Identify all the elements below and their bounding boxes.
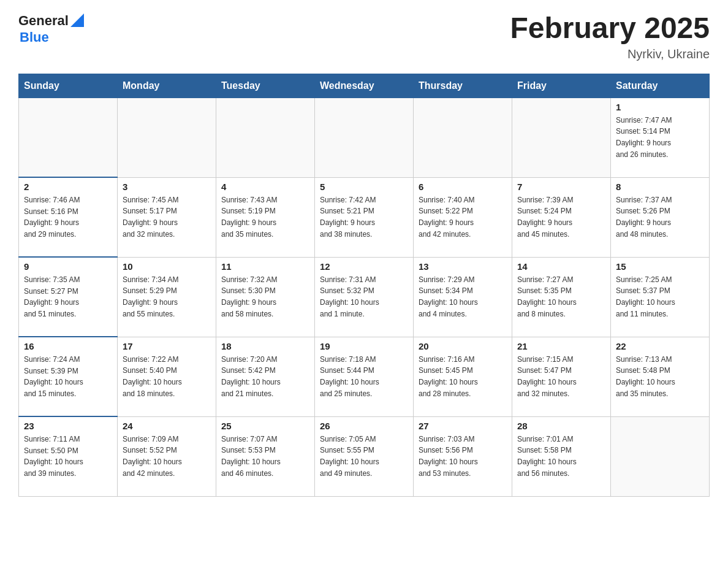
- header-tuesday: Tuesday: [216, 74, 315, 98]
- header-saturday: Saturday: [611, 74, 710, 98]
- day-info: Sunrise: 7:46 AM Sunset: 5:16 PM Dayligh…: [24, 194, 112, 240]
- day-info: Sunrise: 7:34 AM Sunset: 5:29 PM Dayligh…: [123, 274, 211, 320]
- calendar-week-row: 1Sunrise: 7:47 AM Sunset: 5:14 PM Daylig…: [19, 98, 710, 177]
- header-sunday: Sunday: [19, 74, 118, 98]
- day-info: Sunrise: 7:31 AM Sunset: 5:32 PM Dayligh…: [320, 274, 408, 320]
- day-number: 8: [616, 182, 704, 192]
- day-info: Sunrise: 7:47 AM Sunset: 5:14 PM Dayligh…: [616, 115, 704, 160]
- calendar-cell: 2Sunrise: 7:46 AM Sunset: 5:16 PM Daylig…: [19, 177, 118, 257]
- day-number: 4: [221, 182, 309, 192]
- day-number: 14: [517, 261, 605, 272]
- logo-general-text: General: [18, 13, 69, 29]
- calendar-cell: 11Sunrise: 7:32 AM Sunset: 5:30 PM Dayli…: [216, 257, 315, 337]
- day-number: 9: [24, 261, 112, 272]
- calendar-cell: 1Sunrise: 7:47 AM Sunset: 5:14 PM Daylig…: [611, 98, 710, 177]
- calendar-cell: 25Sunrise: 7:07 AM Sunset: 5:53 PM Dayli…: [216, 416, 315, 496]
- calendar-week-row: 9Sunrise: 7:35 AM Sunset: 5:27 PM Daylig…: [19, 257, 710, 337]
- day-number: 24: [123, 421, 211, 431]
- day-info: Sunrise: 7:43 AM Sunset: 5:19 PM Dayligh…: [221, 194, 309, 240]
- day-number: 12: [320, 261, 408, 272]
- logo-blue-text: Blue: [20, 29, 84, 45]
- page-header: General Blue February 2025 Nyrkiv, Ukrai…: [18, 12, 710, 61]
- day-info: Sunrise: 7:29 AM Sunset: 5:34 PM Dayligh…: [419, 274, 507, 320]
- calendar-cell: 22Sunrise: 7:13 AM Sunset: 5:48 PM Dayli…: [611, 337, 710, 416]
- day-info: Sunrise: 7:01 AM Sunset: 5:58 PM Dayligh…: [517, 434, 605, 479]
- day-info: Sunrise: 7:24 AM Sunset: 5:39 PM Dayligh…: [24, 354, 112, 399]
- day-info: Sunrise: 7:05 AM Sunset: 5:55 PM Dayligh…: [320, 434, 408, 479]
- day-info: Sunrise: 7:22 AM Sunset: 5:40 PM Dayligh…: [123, 354, 211, 399]
- day-info: Sunrise: 7:25 AM Sunset: 5:37 PM Dayligh…: [616, 274, 704, 320]
- day-info: Sunrise: 7:37 AM Sunset: 5:26 PM Dayligh…: [616, 194, 704, 240]
- calendar-cell: 6Sunrise: 7:40 AM Sunset: 5:22 PM Daylig…: [414, 177, 512, 257]
- calendar-cell: [19, 98, 118, 177]
- day-number: 18: [221, 341, 309, 351]
- header-thursday: Thursday: [414, 74, 512, 98]
- day-number: 1: [616, 102, 704, 112]
- calendar-cell: 16Sunrise: 7:24 AM Sunset: 5:39 PM Dayli…: [19, 337, 118, 416]
- day-info: Sunrise: 7:09 AM Sunset: 5:52 PM Dayligh…: [123, 434, 211, 479]
- calendar-cell: 26Sunrise: 7:05 AM Sunset: 5:55 PM Dayli…: [315, 416, 414, 496]
- day-info: Sunrise: 7:45 AM Sunset: 5:17 PM Dayligh…: [123, 194, 211, 240]
- calendar-week-row: 2Sunrise: 7:46 AM Sunset: 5:16 PM Daylig…: [19, 177, 710, 257]
- calendar-cell: 23Sunrise: 7:11 AM Sunset: 5:50 PM Dayli…: [19, 416, 118, 496]
- day-info: Sunrise: 7:18 AM Sunset: 5:44 PM Dayligh…: [320, 354, 408, 399]
- calendar-cell: 13Sunrise: 7:29 AM Sunset: 5:34 PM Dayli…: [414, 257, 512, 337]
- day-info: Sunrise: 7:40 AM Sunset: 5:22 PM Dayligh…: [419, 194, 507, 240]
- header-friday: Friday: [512, 74, 611, 98]
- day-number: 27: [419, 421, 507, 431]
- calendar-cell: 9Sunrise: 7:35 AM Sunset: 5:27 PM Daylig…: [19, 257, 118, 337]
- day-info: Sunrise: 7:16 AM Sunset: 5:45 PM Dayligh…: [419, 354, 507, 399]
- day-number: 5: [320, 182, 408, 192]
- calendar-table: SundayMondayTuesdayWednesdayThursdayFrid…: [18, 74, 710, 497]
- calendar-cell: 19Sunrise: 7:18 AM Sunset: 5:44 PM Dayli…: [315, 337, 414, 416]
- day-info: Sunrise: 7:13 AM Sunset: 5:48 PM Dayligh…: [616, 354, 704, 399]
- day-info: Sunrise: 7:27 AM Sunset: 5:35 PM Dayligh…: [517, 274, 605, 320]
- day-number: 6: [419, 182, 507, 192]
- day-info: Sunrise: 7:15 AM Sunset: 5:47 PM Dayligh…: [517, 354, 605, 399]
- calendar-title: February 2025: [510, 12, 710, 45]
- calendar-cell: 24Sunrise: 7:09 AM Sunset: 5:52 PM Dayli…: [118, 416, 216, 496]
- logo-triangle-icon: [70, 13, 84, 27]
- day-number: 21: [517, 341, 605, 351]
- calendar-cell: 4Sunrise: 7:43 AM Sunset: 5:19 PM Daylig…: [216, 177, 315, 257]
- calendar-week-row: 16Sunrise: 7:24 AM Sunset: 5:39 PM Dayli…: [19, 337, 710, 416]
- day-number: 3: [123, 182, 211, 192]
- day-info: Sunrise: 7:03 AM Sunset: 5:56 PM Dayligh…: [419, 434, 507, 479]
- day-number: 10: [123, 261, 211, 272]
- calendar-cell: 10Sunrise: 7:34 AM Sunset: 5:29 PM Dayli…: [118, 257, 216, 337]
- day-number: 2: [24, 182, 112, 192]
- day-info: Sunrise: 7:42 AM Sunset: 5:21 PM Dayligh…: [320, 194, 408, 240]
- calendar-week-row: 23Sunrise: 7:11 AM Sunset: 5:50 PM Dayli…: [19, 416, 710, 496]
- day-number: 13: [419, 261, 507, 272]
- calendar-cell: [611, 416, 710, 496]
- day-number: 19: [320, 341, 408, 351]
- calendar-cell: 20Sunrise: 7:16 AM Sunset: 5:45 PM Dayli…: [414, 337, 512, 416]
- calendar-cell: 21Sunrise: 7:15 AM Sunset: 5:47 PM Dayli…: [512, 337, 611, 416]
- calendar-cell: 17Sunrise: 7:22 AM Sunset: 5:40 PM Dayli…: [118, 337, 216, 416]
- day-number: 11: [221, 261, 309, 272]
- day-number: 22: [616, 341, 704, 351]
- calendar-header-row: SundayMondayTuesdayWednesdayThursdayFrid…: [19, 74, 710, 98]
- svg-marker-0: [70, 13, 84, 27]
- day-info: Sunrise: 7:07 AM Sunset: 5:53 PM Dayligh…: [221, 434, 309, 479]
- calendar-cell: 8Sunrise: 7:37 AM Sunset: 5:26 PM Daylig…: [611, 177, 710, 257]
- calendar-cell: 12Sunrise: 7:31 AM Sunset: 5:32 PM Dayli…: [315, 257, 414, 337]
- day-info: Sunrise: 7:35 AM Sunset: 5:27 PM Dayligh…: [24, 274, 112, 320]
- calendar-cell: 18Sunrise: 7:20 AM Sunset: 5:42 PM Dayli…: [216, 337, 315, 416]
- calendar-cell: [216, 98, 315, 177]
- calendar-cell: [414, 98, 512, 177]
- day-number: 16: [24, 341, 112, 351]
- day-number: 15: [616, 261, 704, 272]
- title-section: February 2025 Nyrkiv, Ukraine: [510, 12, 710, 61]
- calendar-cell: 14Sunrise: 7:27 AM Sunset: 5:35 PM Dayli…: [512, 257, 611, 337]
- calendar-cell: 28Sunrise: 7:01 AM Sunset: 5:58 PM Dayli…: [512, 416, 611, 496]
- calendar-cell: [118, 98, 216, 177]
- calendar-cell: [512, 98, 611, 177]
- calendar-cell: [315, 98, 414, 177]
- calendar-cell: 15Sunrise: 7:25 AM Sunset: 5:37 PM Dayli…: [611, 257, 710, 337]
- day-number: 17: [123, 341, 211, 351]
- logo: General Blue: [18, 12, 84, 46]
- day-number: 20: [419, 341, 507, 351]
- day-info: Sunrise: 7:20 AM Sunset: 5:42 PM Dayligh…: [221, 354, 309, 399]
- calendar-cell: 5Sunrise: 7:42 AM Sunset: 5:21 PM Daylig…: [315, 177, 414, 257]
